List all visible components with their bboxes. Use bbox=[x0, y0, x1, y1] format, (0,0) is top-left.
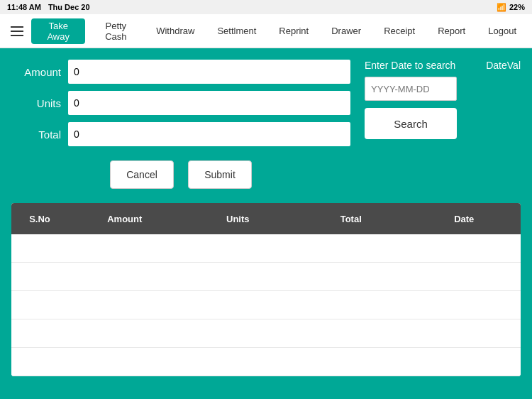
btn-row: Cancel Submit bbox=[11, 160, 350, 189]
menu-icon[interactable] bbox=[6, 20, 28, 43]
wifi-icon: 📶 bbox=[497, 3, 506, 12]
table-container: S.No Amount Units Total Date bbox=[11, 203, 521, 376]
main-content: Amount Units Total Cancel Submit Enter D… bbox=[0, 48, 532, 399]
nav-drawer[interactable]: Drawer bbox=[321, 18, 371, 44]
table-row bbox=[11, 234, 521, 263]
date-val-label: DateVal bbox=[486, 60, 521, 71]
form-section: Amount Units Total Cancel Submit Enter D… bbox=[11, 60, 521, 189]
amount-label: Amount bbox=[11, 66, 61, 78]
nav-settlment[interactable]: Settlment bbox=[207, 18, 266, 44]
th-units: Units bbox=[182, 214, 295, 224]
amount-input[interactable] bbox=[68, 60, 350, 84]
submit-button[interactable]: Submit bbox=[188, 160, 252, 189]
total-label: Total bbox=[11, 129, 61, 141]
date-input[interactable] bbox=[365, 77, 457, 101]
navbar: Take Away Petty Cash Withdraw Settlment … bbox=[0, 14, 532, 48]
battery: 22% bbox=[509, 3, 525, 11]
total-row: Total bbox=[11, 122, 350, 146]
amount-row: Amount bbox=[11, 60, 350, 84]
nav-take-away[interactable]: Take Away bbox=[31, 18, 85, 44]
units-label: Units bbox=[11, 97, 61, 109]
th-total: Total bbox=[294, 214, 408, 224]
th-date: Date bbox=[408, 214, 521, 224]
form-left: Amount Units Total Cancel Submit bbox=[11, 60, 350, 189]
nav-receipt[interactable]: Receipt bbox=[374, 18, 425, 44]
table-row bbox=[11, 263, 521, 291]
th-amount: Amount bbox=[68, 214, 182, 224]
nav-withdraw[interactable]: Withdraw bbox=[146, 18, 204, 44]
th-sno: S.No bbox=[11, 214, 68, 224]
table-row bbox=[11, 319, 521, 348]
form-right: Enter Date to search DateVal Search bbox=[365, 60, 521, 189]
units-input[interactable] bbox=[68, 91, 350, 115]
nav-logout[interactable]: Logout bbox=[478, 18, 526, 44]
nav-reprint[interactable]: Reprint bbox=[269, 18, 318, 44]
status-bar: 11:48 AM Thu Dec 20 📶 22% bbox=[0, 0, 532, 14]
cancel-button[interactable]: Cancel bbox=[110, 160, 174, 189]
table-row bbox=[11, 348, 521, 376]
units-row: Units bbox=[11, 91, 350, 115]
time: 11:48 AM bbox=[7, 3, 41, 11]
nav-petty-cash[interactable]: Petty Cash bbox=[88, 18, 143, 44]
day: Thu Dec 20 bbox=[48, 3, 90, 11]
table-body bbox=[11, 234, 521, 376]
search-button[interactable]: Search bbox=[365, 108, 457, 139]
nav-report[interactable]: Report bbox=[428, 18, 475, 44]
table-row bbox=[11, 291, 521, 319]
total-input[interactable] bbox=[68, 122, 350, 146]
table-header: S.No Amount Units Total Date bbox=[11, 203, 521, 234]
date-search-label: Enter Date to search bbox=[365, 60, 455, 71]
date-search-row: Enter Date to search DateVal bbox=[365, 60, 521, 71]
